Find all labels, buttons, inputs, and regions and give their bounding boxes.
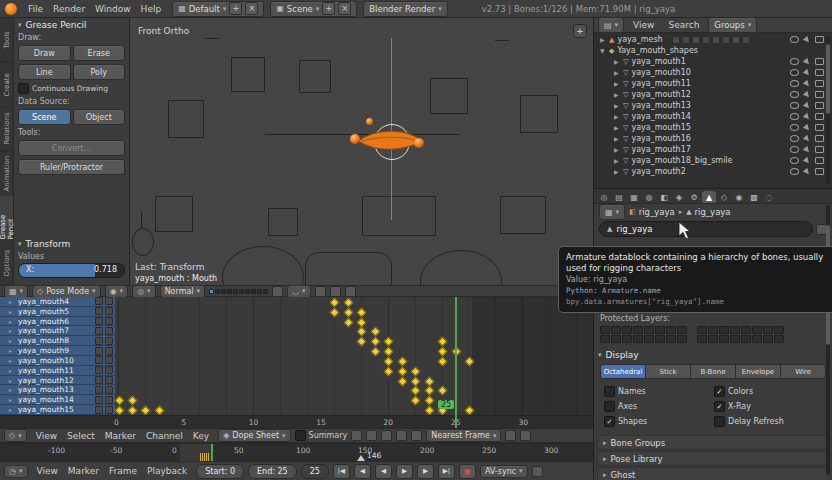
mute-icon[interactable] <box>95 386 103 394</box>
previous-keyframe-button[interactable]: ◀ <box>354 464 371 479</box>
visibility-eye-icon[interactable] <box>790 168 799 175</box>
keyframe-diamond[interactable] <box>397 376 407 386</box>
dope-channel[interactable]: ▸yaya_mouth4 <box>0 297 115 307</box>
bone-handle[interactable] <box>414 138 424 148</box>
manipulator-icon[interactable] <box>315 286 326 297</box>
checkbox[interactable] <box>295 430 306 441</box>
breadcrumb-data[interactable]: ▲ rig_yaya <box>686 207 730 217</box>
render-camera-icon[interactable] <box>815 36 824 43</box>
checkbox[interactable] <box>714 416 725 427</box>
keyframe-diamond[interactable] <box>357 307 367 317</box>
start-frame-field[interactable]: Start: 0 <box>196 464 244 479</box>
dope-channel[interactable]: ▸yaya_mouth14 <box>0 395 115 405</box>
display-mode-wire[interactable]: Wire <box>781 364 826 379</box>
visibility-eye-icon[interactable] <box>790 124 799 131</box>
menu-view[interactable]: View <box>628 20 659 30</box>
end-frame-field[interactable]: End: 25 <box>248 464 297 479</box>
menu-frame[interactable]: Frame <box>104 466 142 476</box>
wireframe-object[interactable] <box>362 196 436 236</box>
layer-toggle[interactable] <box>600 335 610 343</box>
expander-icon[interactable]: ▶ <box>614 58 620 65</box>
visibility-eye-icon[interactable] <box>790 80 799 87</box>
expander-icon[interactable]: ▶ <box>614 124 620 131</box>
keyframe-diamond[interactable] <box>438 347 448 357</box>
lock-icon[interactable] <box>105 356 113 364</box>
dope-sheet[interactable]: ▸yaya_mouth4▸yaya_mouth5▸yaya_mouth6▸yay… <box>0 297 593 428</box>
layer-toggle[interactable] <box>600 326 610 334</box>
keyframe-diamond[interactable] <box>330 307 340 317</box>
layer-toggle[interactable] <box>644 335 654 343</box>
selectability-arrow-icon[interactable] <box>803 35 811 43</box>
outliner-row[interactable]: ▶▽yaya_mouth17 <box>594 144 832 155</box>
visibility-eye-icon[interactable] <box>790 113 799 120</box>
mute-icon[interactable] <box>95 317 103 325</box>
expander-icon[interactable]: ▸ <box>9 367 15 374</box>
outliner-display-dropdown[interactable]: Groups ▾ <box>708 18 757 33</box>
keyframe-diamond[interactable] <box>128 396 138 406</box>
expander-icon[interactable]: ▶ <box>614 69 620 76</box>
display-mode-b-bone[interactable]: B-Bone <box>691 364 736 379</box>
properties-tab-bone-icon[interactable]: ◇ <box>717 191 731 203</box>
keyframe-diamond[interactable] <box>343 297 353 307</box>
jump-to-end-button[interactable]: ▶| <box>438 464 455 479</box>
toolshelf-tab-animation[interactable]: Animation <box>0 152 13 197</box>
layer-toggle[interactable] <box>763 335 773 343</box>
add-scene-button[interactable]: + <box>322 2 335 15</box>
expander-icon[interactable]: ▸ <box>9 308 15 315</box>
filter-icon[interactable] <box>411 430 422 441</box>
lock-icon[interactable] <box>105 386 113 394</box>
editor-type-dropdown[interactable]: ◷▾ <box>4 465 28 478</box>
render-camera-icon[interactable] <box>815 113 824 120</box>
properties-tab-constraints-icon[interactable]: ◈ <box>672 191 686 203</box>
expander-icon[interactable]: ▸ <box>9 377 15 384</box>
menu-select[interactable]: Select <box>62 431 100 441</box>
properties-tab-texture-icon[interactable]: ▩ <box>747 191 761 203</box>
mute-icon[interactable] <box>95 307 103 315</box>
menu-window[interactable]: Window <box>90 4 136 14</box>
snap-mode-dropdown[interactable]: Nearest Frame ▾ <box>426 429 501 442</box>
display-check-shapes[interactable]: Shapes <box>604 416 712 427</box>
wireframe-object[interactable] <box>299 60 331 93</box>
mute-icon[interactable] <box>95 396 103 404</box>
selectability-arrow-icon[interactable] <box>803 145 811 153</box>
menu-key[interactable]: Key <box>188 431 214 441</box>
keyframe-diamond[interactable] <box>357 317 367 327</box>
expander-icon[interactable]: ▶ <box>614 113 620 120</box>
keyframe-diamond[interactable] <box>411 396 421 406</box>
display-check-colors[interactable]: Colors <box>714 386 822 397</box>
layer-toggle[interactable] <box>215 289 220 294</box>
play-reverse-button[interactable]: ◀ <box>375 464 392 479</box>
display-mode-envelope[interactable]: Envelope <box>736 364 781 379</box>
current-frame-line[interactable] <box>455 297 457 428</box>
keyframe-diamond[interactable] <box>128 406 138 415</box>
properties-tab-render-layers-icon[interactable]: ▤ <box>612 191 626 203</box>
selectability-arrow-icon[interactable] <box>803 112 811 120</box>
expander-icon[interactable]: ▶ <box>614 157 620 164</box>
wireframe-object[interactable] <box>155 196 193 232</box>
pivot-dropdown[interactable]: ◎▾ <box>132 285 156 298</box>
keyframe-diamond[interactable] <box>397 356 407 366</box>
keyframe-diamond[interactable] <box>115 406 124 415</box>
toolshelf-tab-options[interactable]: Options <box>0 241 13 286</box>
filter-icon[interactable] <box>396 430 407 441</box>
layer-toggle[interactable] <box>257 289 262 294</box>
layer-toggle[interactable] <box>719 335 729 343</box>
layer-toggle[interactable] <box>622 326 632 334</box>
layer-toggle[interactable] <box>622 335 632 343</box>
outliner-row[interactable]: ▶▽yaya_mouth10 <box>594 67 832 78</box>
keyframe-diamond[interactable] <box>343 307 353 317</box>
mute-icon[interactable] <box>95 347 103 355</box>
gp-erase-button[interactable]: Erase <box>73 45 126 61</box>
panel-header-display[interactable]: ▾ Display <box>598 350 828 360</box>
layer-toggle[interactable] <box>233 289 238 294</box>
play-button[interactable]: ▶ <box>396 464 413 479</box>
outliner-row[interactable]: ▶▽yaya_mouth2 <box>594 166 832 177</box>
timeline[interactable]: -100-50050100150200250300 146 <box>0 443 593 462</box>
layer-toggle[interactable] <box>611 326 621 334</box>
keyframe-diamond[interactable] <box>115 396 124 406</box>
layer-toggle[interactable] <box>708 326 718 334</box>
layer-toggle[interactable] <box>633 326 643 334</box>
expander-icon[interactable]: ▶ <box>614 91 620 98</box>
layer-toggle[interactable] <box>763 326 773 334</box>
properties-tab-world-icon[interactable]: ◍ <box>642 191 656 203</box>
